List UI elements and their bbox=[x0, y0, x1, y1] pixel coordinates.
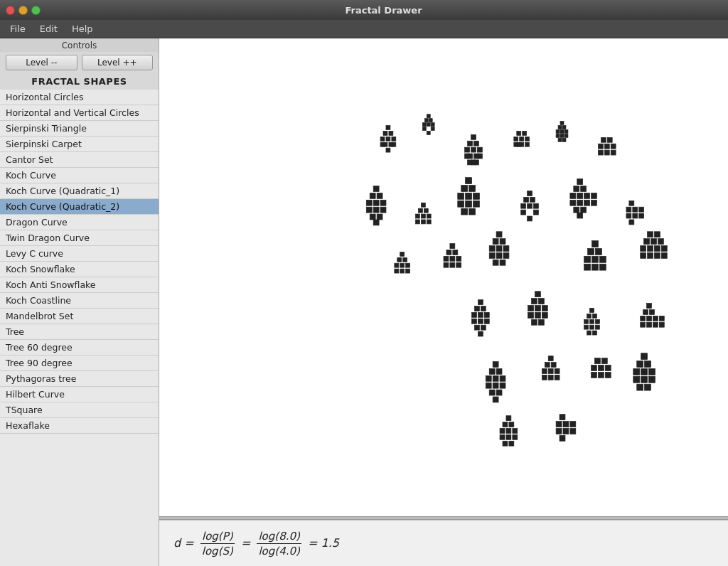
svg-rect-3 bbox=[383, 131, 387, 135]
formula-eq1: = bbox=[184, 535, 198, 549]
svg-rect-242 bbox=[598, 365, 604, 371]
fractal-list-item[interactable]: Sierpinski Carpet bbox=[0, 137, 159, 152]
svg-rect-97 bbox=[530, 197, 535, 202]
fractal-list-item[interactable]: Horizontal Circles bbox=[0, 90, 159, 105]
svg-rect-63 bbox=[380, 200, 386, 205]
svg-rect-189 bbox=[542, 306, 547, 311]
svg-rect-248 bbox=[601, 358, 607, 364]
svg-rect-237 bbox=[548, 356, 553, 361]
svg-rect-113 bbox=[577, 213, 583, 218]
fractal-list-item[interactable]: Koch Snowflake bbox=[0, 262, 159, 277]
minimize-button[interactable] bbox=[18, 6, 28, 15]
level-minus-button[interactable]: Level -- bbox=[6, 55, 77, 70]
menu-file[interactable]: File bbox=[3, 22, 33, 36]
svg-rect-14 bbox=[424, 119, 428, 122]
svg-rect-118 bbox=[629, 201, 634, 205]
window-buttons bbox=[6, 6, 41, 15]
svg-rect-172 bbox=[648, 252, 653, 258]
fractal-list-item[interactable]: Horizontal and Vertical Circles bbox=[0, 105, 159, 121]
fractal-list-item[interactable]: Hexaflake bbox=[0, 418, 159, 434]
svg-rect-243 bbox=[594, 358, 600, 364]
svg-rect-277 bbox=[570, 422, 576, 427]
fractal-list-item[interactable]: Tree 60 degree bbox=[0, 340, 159, 356]
level-plus-button[interactable]: Level ++ bbox=[82, 55, 154, 70]
svg-rect-253 bbox=[645, 361, 651, 368]
svg-rect-206 bbox=[595, 325, 599, 329]
fractal-list-item[interactable]: Tree 90 degree bbox=[0, 356, 159, 371]
svg-rect-100 bbox=[533, 210, 538, 215]
svg-rect-48 bbox=[556, 134, 560, 137]
fractal-list-item[interactable]: Koch Curve (Quadratic_1) bbox=[0, 183, 159, 199]
menu-edit[interactable]: Edit bbox=[33, 22, 65, 36]
fractal-list-item[interactable]: Sierpinski Triangle bbox=[0, 121, 159, 137]
svg-rect-32 bbox=[473, 160, 478, 165]
fractal-list-item[interactable]: TSquare bbox=[0, 402, 159, 418]
svg-rect-143 bbox=[496, 246, 502, 252]
close-button[interactable] bbox=[6, 6, 15, 15]
svg-rect-254 bbox=[641, 353, 648, 360]
svg-rect-145 bbox=[493, 239, 498, 245]
svg-rect-87 bbox=[466, 178, 472, 184]
svg-rect-107 bbox=[577, 179, 583, 185]
svg-rect-46 bbox=[562, 126, 566, 129]
svg-rect-13 bbox=[431, 123, 434, 127]
fractal-list-item[interactable]: Koch Anti Snowflake bbox=[0, 277, 159, 293]
svg-rect-61 bbox=[366, 200, 372, 205]
svg-rect-176 bbox=[478, 312, 483, 317]
fractal-list-item[interactable]: Pythagoras tree bbox=[0, 371, 159, 387]
maximize-button[interactable] bbox=[31, 6, 41, 15]
svg-rect-136 bbox=[446, 250, 451, 255]
fractal-list-item[interactable]: Koch Curve bbox=[0, 168, 159, 183]
svg-rect-29 bbox=[468, 154, 473, 159]
svg-rect-49 bbox=[560, 134, 564, 137]
svg-rect-208 bbox=[593, 331, 597, 335]
svg-rect-68 bbox=[373, 207, 379, 213]
menu-help[interactable]: Help bbox=[65, 22, 100, 36]
svg-rect-240 bbox=[555, 375, 560, 380]
svg-rect-44 bbox=[564, 129, 568, 133]
svg-rect-213 bbox=[650, 309, 655, 314]
svg-rect-235 bbox=[545, 363, 550, 368]
svg-rect-142 bbox=[489, 246, 495, 252]
svg-rect-191 bbox=[538, 299, 544, 304]
svg-rect-231 bbox=[493, 397, 498, 402]
fractal-list-item[interactable]: Cantor Set bbox=[0, 152, 159, 168]
svg-rect-33 bbox=[514, 137, 518, 141]
svg-rect-35 bbox=[517, 131, 521, 135]
svg-rect-15 bbox=[429, 119, 432, 122]
svg-rect-96 bbox=[524, 197, 529, 202]
svg-rect-141 bbox=[456, 262, 461, 267]
svg-rect-88 bbox=[458, 201, 464, 207]
formula-frac1: log(P) log(S) bbox=[200, 530, 235, 557]
fractal-list-item[interactable]: Dragon Curve bbox=[0, 215, 159, 230]
svg-rect-154 bbox=[592, 256, 599, 262]
svg-rect-70 bbox=[370, 214, 375, 220]
formula-frac2: log(8.0) log(4.0) bbox=[257, 530, 301, 557]
svg-rect-219 bbox=[659, 322, 664, 327]
svg-rect-256 bbox=[641, 376, 648, 383]
fractal-list-item[interactable]: Twin Dragon Curve bbox=[0, 230, 159, 246]
svg-rect-170 bbox=[654, 232, 660, 237]
svg-rect-114 bbox=[592, 193, 597, 198]
svg-rect-94 bbox=[528, 203, 532, 208]
svg-rect-105 bbox=[574, 186, 579, 192]
svg-rect-211 bbox=[653, 316, 658, 321]
svg-rect-5 bbox=[386, 126, 390, 130]
fractal-canvas bbox=[159, 38, 728, 516]
svg-rect-218 bbox=[659, 316, 664, 321]
svg-rect-159 bbox=[584, 264, 591, 270]
svg-rect-65 bbox=[377, 193, 382, 198]
svg-rect-122 bbox=[639, 207, 644, 212]
svg-rect-30 bbox=[473, 154, 478, 159]
fractal-list-item[interactable]: Levy C curve bbox=[0, 246, 159, 262]
svg-rect-274 bbox=[556, 428, 562, 434]
fractal-list-item[interactable]: Tree bbox=[0, 324, 159, 340]
svg-rect-2 bbox=[392, 137, 396, 141]
fractal-list-item[interactable]: Mandelbrot Set bbox=[0, 309, 159, 324]
svg-rect-72 bbox=[373, 220, 379, 225]
fractal-list-item[interactable]: Hilbert Curve bbox=[0, 387, 159, 402]
svg-rect-10 bbox=[389, 142, 393, 146]
formula-eq3: = bbox=[308, 535, 321, 549]
fractal-list-item[interactable]: Koch Curve (Quadratic_2) bbox=[0, 199, 159, 215]
fractal-list-item[interactable]: Koch Coastline bbox=[0, 293, 159, 309]
